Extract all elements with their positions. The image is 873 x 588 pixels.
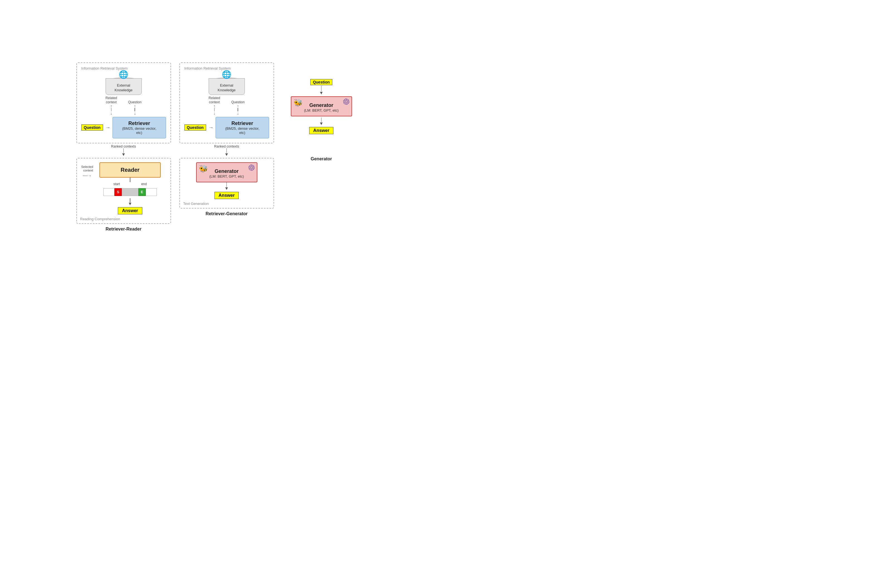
answer-badge-rg: Answer [215, 192, 239, 199]
db-label-rr: ExternalKnowledge [105, 83, 142, 93]
selected-context-label: Selectedcontext [81, 165, 93, 172]
db-label-rg: ExternalKnowledge [209, 83, 245, 93]
col-title-g: Generator [311, 156, 332, 162]
arrow-to-retriever-rr: → [105, 125, 110, 130]
ranked-arrow-rr: Ranked contexts ▼ [111, 144, 136, 157]
related-context-label-rr: Related context [105, 96, 117, 104]
end-label: end [141, 182, 147, 186]
retriever-sub-rr: (BM25, dense vector,etc) [117, 126, 161, 135]
question-badge-rr: Question [81, 124, 103, 130]
question-badge-rg: Question [185, 124, 206, 130]
related-context-label-rg: Relatedcontext [209, 96, 220, 104]
globe-icon-rr: 🌐 [119, 70, 128, 79]
col-title-rg: Retriever-Generator [206, 212, 248, 216]
col-generator: Question ▼ 🐝 Generator (LM: BERT, GPT, e… [282, 62, 361, 162]
arrow-to-retriever-rg: → [208, 125, 213, 130]
question-arrow-label-rg: Question [231, 100, 245, 104]
openai-icon-rg [248, 165, 255, 172]
start-label: start [113, 182, 120, 186]
tg-label: Text Generation [183, 202, 209, 206]
irs-box-rr: Information Retrieval System 🌐 ExternalK… [76, 62, 171, 143]
span-s-marker: S [114, 188, 122, 196]
db-cylinder-rg: 🌐 ExternalKnowledge [209, 73, 245, 95]
globe-icon-rg: 🌐 [222, 70, 231, 79]
rc-box: Selectedcontext → Reader start end [76, 158, 171, 224]
reader-title: Reader [107, 167, 153, 173]
rc-label: Reading Comprehension [80, 217, 120, 221]
col-retriever-generator: Information Retrieval System 🌐 ExternalK… [179, 62, 274, 216]
answer-badge-rr: Answer [118, 207, 142, 214]
question-badge-g: Question [310, 79, 332, 85]
bee-icon-rg: 🐝 [199, 165, 208, 173]
main-diagram: Information Retrieval System 🌐 ExternalK… [6, 62, 431, 232]
bee-icon-g: 🐝 [294, 99, 302, 107]
db-cylinder-rr: 🌐 ExternalKnowledge [105, 73, 142, 95]
retriever-title-rr: Retriever [117, 120, 161, 126]
tg-box: 🐝 Generator (LM: BERT, GPT, etc) ▼ Answe… [179, 158, 274, 208]
retriever-box-rg: Retriever (BM25, dense vector,etc) [216, 117, 269, 138]
ranked-arrow-rg: Ranked contexts ▼ [214, 144, 239, 157]
question-arrow-label-rr: Question [128, 100, 141, 104]
generator-sub-g: (LM: BERT, GPT, etc) [296, 108, 347, 112]
span-middle [122, 188, 138, 196]
generator-sub-rg: (LM: BERT, GPT, etc) [201, 174, 252, 178]
reader-box: Reader [99, 162, 161, 178]
openai-icon-g [343, 99, 349, 106]
col-retriever-reader: Information Retrieval System 🌐 ExternalK… [76, 62, 171, 232]
span-e-marker: E [138, 188, 146, 196]
irs-box-rg: Information Retrieval System 🌐 ExternalK… [179, 62, 274, 143]
span-bar: S E [103, 188, 157, 196]
answer-badge-g: Answer [309, 127, 334, 134]
col-title-rr: Retriever-Reader [105, 226, 141, 232]
retriever-box-rr: Retriever (BM25, dense vector,etc) [113, 117, 166, 138]
generator-box-g: 🐝 Generator (LM: BERT, GPT, etc) [291, 96, 352, 116]
generator-title-rg: Generator [201, 168, 252, 174]
generator-box-rg: 🐝 Generator (LM: BERT, GPT, etc) [196, 162, 257, 182]
retriever-title-rg: Retriever [220, 120, 264, 126]
generator-title-g: Generator [296, 102, 347, 108]
